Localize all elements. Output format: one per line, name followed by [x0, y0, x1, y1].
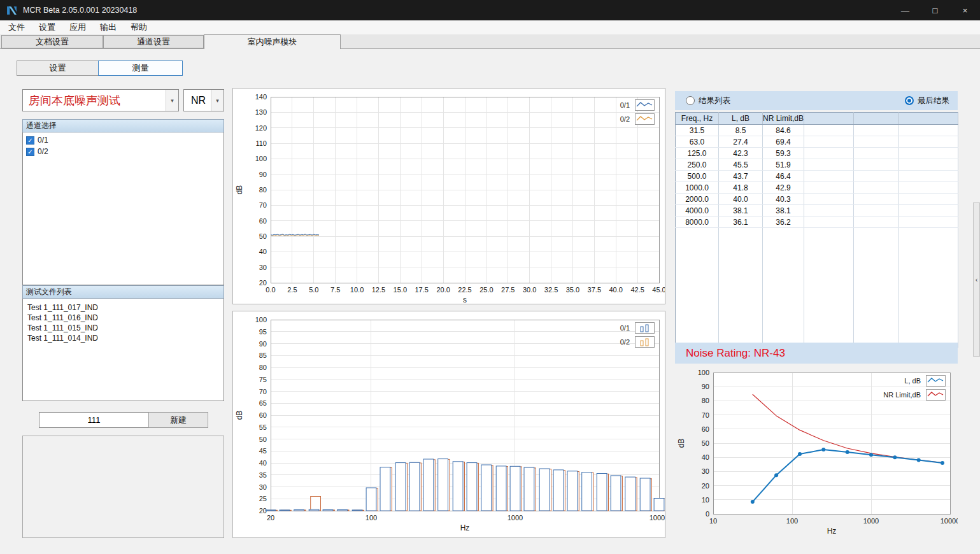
table-row[interactable] [676, 228, 958, 239]
svg-text:60: 60 [259, 411, 267, 419]
svg-text:dB: dB [235, 185, 244, 195]
radio-selected-icon[interactable] [905, 96, 914, 105]
table-row[interactable]: 8000.036.136.2 [676, 217, 958, 228]
svg-text:140: 140 [255, 93, 267, 101]
close-icon[interactable]: × [950, 0, 980, 20]
table-row[interactable]: 250.045.551.9 [676, 159, 958, 171]
column-header [804, 113, 854, 125]
tab-channel-settings[interactable]: 通道设置 [103, 35, 204, 48]
svg-text:0/2: 0/2 [620, 115, 630, 123]
subtab-settings[interactable]: 设置 [17, 60, 99, 76]
radio-result-list-label: 结果列表 [699, 96, 730, 106]
channel-label: 0/2 [38, 147, 48, 156]
title-bar: MCR Beta 2.05.0.001 20230418 — □ × [0, 0, 980, 20]
time-history-chart: 0.02.55.07.510.012.515.017.520.022.525.0… [233, 89, 665, 304]
menu-output[interactable]: 输出 [93, 20, 124, 34]
table-row[interactable] [676, 250, 958, 260]
svg-text:35.0: 35.0 [566, 286, 579, 294]
svg-text:17.5: 17.5 [415, 286, 429, 294]
table-row[interactable] [676, 315, 958, 325]
noise-rating-value: Noise Rating: NR-43 [686, 347, 785, 360]
nr-curve-chart-panel: 101001000100001009080706050403020100HzdB… [675, 366, 958, 539]
svg-text:55: 55 [259, 423, 267, 431]
menu-apply[interactable]: 应用 [62, 20, 93, 34]
svg-text:NR Limit,dB: NR Limit,dB [883, 391, 921, 399]
chevron-down-icon[interactable]: ▾ [166, 90, 178, 111]
svg-text:20: 20 [259, 279, 267, 287]
svg-text:2.5: 2.5 [287, 286, 297, 294]
svg-text:Hz: Hz [827, 527, 837, 536]
channel-item-0-1[interactable]: ✓ 0/1 [23, 134, 224, 146]
svg-text:dB: dB [677, 439, 686, 448]
table-row[interactable]: 4000.038.138.1 [676, 205, 958, 217]
table-row[interactable]: 63.027.469.4 [676, 136, 958, 148]
svg-text:s: s [463, 295, 467, 304]
svg-text:10: 10 [709, 517, 717, 525]
chevron-down-icon[interactable]: ▾ [211, 90, 224, 111]
nr-curve-chart: 101001000100001009080706050403020100HzdB… [675, 366, 958, 539]
svg-text:dB: dB [235, 411, 244, 420]
svg-text:60: 60 [259, 217, 267, 225]
table-row[interactable] [676, 282, 958, 293]
tab-document-settings[interactable]: 文档设置 [1, 35, 103, 48]
app-logo-icon [6, 5, 17, 16]
svg-text:1000: 1000 [863, 517, 879, 525]
minimize-icon[interactable]: — [890, 0, 920, 20]
table-row[interactable] [676, 304, 958, 315]
svg-text:42.5: 42.5 [630, 286, 644, 294]
svg-text:5.0: 5.0 [309, 286, 318, 294]
maximize-icon[interactable]: □ [920, 0, 950, 20]
svg-text:50: 50 [259, 436, 267, 443]
svg-text:30.0: 30.0 [523, 286, 536, 294]
channel-item-0-2[interactable]: ✓ 0/2 [23, 146, 224, 157]
checkbox-checked-icon[interactable]: ✓ [26, 136, 34, 145]
svg-text:100: 100 [786, 517, 798, 525]
svg-text:Hz: Hz [460, 523, 470, 532]
rating-type-dropdown[interactable]: NR ▾ [183, 89, 224, 111]
svg-text:50: 50 [259, 232, 267, 240]
svg-text:100: 100 [698, 369, 709, 376]
table-row[interactable]: 500.043.746.4 [676, 171, 958, 182]
subtab-measure[interactable]: 测量 [98, 60, 183, 76]
menu-help[interactable]: 帮助 [124, 20, 154, 34]
test-type-dropdown[interactable]: 房间本底噪声测试 ▾ [22, 89, 179, 111]
column-header [854, 113, 898, 125]
collapse-panel-handle[interactable]: ‹ [973, 202, 980, 357]
table-row[interactable]: 1000.041.842.9 [676, 182, 958, 194]
table-row[interactable] [676, 260, 958, 271]
svg-text:110: 110 [255, 139, 267, 147]
svg-text:7.5: 7.5 [330, 286, 340, 294]
table-row[interactable]: 2000.040.040.3 [676, 194, 958, 205]
svg-text:30: 30 [702, 467, 709, 475]
svg-text:10000: 10000 [650, 514, 665, 522]
svg-text:90: 90 [702, 383, 709, 390]
menu-settings[interactable]: 设置 [32, 20, 62, 34]
result-table: Freq., HzL, dBNR Limit,dB 31.58.584.663.… [675, 112, 958, 348]
menu-file[interactable]: 文件 [1, 20, 32, 34]
result-table-body: 31.58.584.663.027.469.4125.042.359.3250.… [676, 125, 958, 348]
svg-text:40: 40 [259, 248, 267, 255]
list-item[interactable]: Test 1_111_017_IND [23, 302, 224, 313]
table-row[interactable]: 125.042.359.3 [676, 148, 958, 159]
radio-last-result[interactable]: 最后结果 [905, 96, 949, 106]
checkbox-checked-icon[interactable]: ✓ [26, 148, 34, 156]
window-controls: — □ × [890, 0, 980, 20]
list-item[interactable]: Test 1_111_014_IND [23, 333, 224, 343]
new-button[interactable]: 新建 [148, 412, 208, 428]
result-table-head-row: Freq., HzL, dBNR Limit,dB [676, 113, 958, 125]
radio-unselected-icon[interactable] [686, 96, 695, 105]
file-name-input[interactable] [39, 412, 149, 428]
svg-text:70: 70 [259, 201, 267, 209]
column-header: L, dB [719, 113, 763, 125]
svg-text:20.0: 20.0 [436, 286, 450, 294]
list-item[interactable]: Test 1_111_015_IND [23, 323, 224, 333]
radio-result-list[interactable]: 结果列表 [686, 96, 730, 106]
spectrum-chart-panel: 2010010001000010095908580757065605550454… [232, 311, 665, 538]
table-row[interactable] [676, 325, 958, 336]
tab-indoor-noise-module[interactable]: 室内噪声模块 [204, 34, 341, 49]
table-row[interactable]: 31.58.584.6 [676, 125, 958, 136]
table-row[interactable] [676, 239, 958, 250]
table-row[interactable] [676, 271, 958, 282]
list-item[interactable]: Test 1_111_016_IND [23, 313, 224, 323]
table-row[interactable] [676, 293, 958, 304]
